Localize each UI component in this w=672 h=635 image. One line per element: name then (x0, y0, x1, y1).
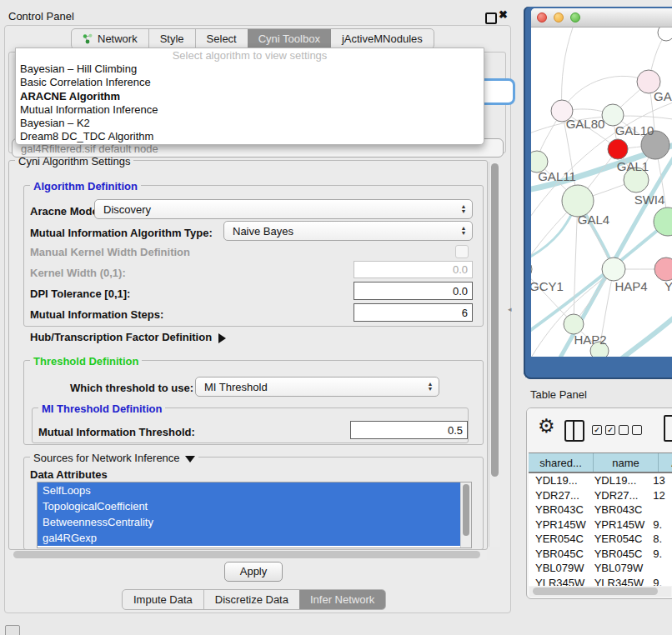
mi-threshold-input[interactable] (350, 421, 468, 439)
tab-style[interactable]: Style (148, 29, 195, 48)
mi-steps-input[interactable] (354, 303, 473, 322)
table-cell: YDR27... (529, 488, 588, 503)
dpi-tolerance-input[interactable] (354, 282, 473, 300)
network-node-label: HAP4 (614, 279, 647, 293)
dropdown-item[interactable]: ARACNE Algorithm (16, 90, 484, 103)
aracne-mode-select[interactable]: Discovery ▲▼ (94, 199, 473, 219)
column-header[interactable]: shared... (529, 453, 594, 472)
which-threshold-label: Which threshold to use: (70, 382, 193, 394)
float-panel-icon[interactable] (485, 12, 497, 24)
export-table-icon[interactable] (664, 415, 672, 442)
tab-jactivemnodules[interactable]: jActiveMNodules (331, 29, 434, 48)
table-header-row: shared... name A (529, 452, 672, 473)
manual-kernel-label: Manual Kernel Width Definition (30, 246, 190, 258)
tab-discretize-data[interactable]: Discretize Data (203, 590, 299, 609)
settings-hscrollbar[interactable] (12, 550, 487, 560)
which-threshold-select[interactable]: MI Threshold ▲▼ (195, 377, 439, 397)
table-row[interactable]: YPR145WYPR145W9. (529, 518, 672, 532)
network-node[interactable] (531, 259, 532, 279)
select-all-columns-icon[interactable]: ✓✓ (592, 425, 615, 435)
network-node[interactable] (654, 258, 672, 281)
close-window-icon[interactable] (537, 12, 547, 22)
column-header[interactable]: name (594, 453, 659, 472)
manual-kernel-checkbox[interactable] (455, 245, 469, 258)
table-cell: 9. (646, 518, 672, 532)
mi-algorithm-type-label: Mutual Information Algorithm Type: (30, 227, 213, 239)
split-columns-icon[interactable] (564, 420, 584, 442)
table-cell: YDL19... (529, 473, 588, 488)
dropdown-item[interactable]: Dream8 DC_TDC Algorithm (16, 130, 484, 143)
tab-label: Infer Network (310, 593, 374, 606)
threshold-definition-title: Threshold Definition (30, 355, 142, 368)
network-node[interactable] (608, 139, 628, 159)
table-cell: 9. (646, 547, 672, 562)
tab-impute-data[interactable]: Impute Data (123, 590, 203, 609)
splitter-arrow-icon[interactable]: ◂ (508, 305, 512, 313)
dropdown-item[interactable]: Bayesian – Hill Climbing (16, 62, 484, 76)
minimize-window-icon[interactable] (554, 12, 564, 22)
network-node-label: SWI4 (634, 192, 665, 207)
mi-algorithm-type-select[interactable]: Naive Bayes ▲▼ (223, 221, 473, 241)
table-row[interactable]: YER054CYER054C8. (529, 532, 672, 547)
dropdown-item[interactable]: Bayesian – K2 (16, 117, 484, 130)
deselect-all-columns-icon[interactable] (619, 425, 642, 435)
data-attributes-label: Data Attributes (30, 468, 108, 481)
table-cell: YBR045C (529, 547, 588, 562)
table-body: YDL19...YDL19...13YDR27...YDR27...12YBR0… (529, 473, 672, 586)
tab-network[interactable]: Network (72, 29, 148, 48)
table-hscrollbar-thumb[interactable] (533, 588, 658, 595)
network-node[interactable] (602, 258, 625, 281)
dropdown-item[interactable]: Mutual Information Inference (16, 103, 484, 117)
table-row[interactable]: YDR27...YDR27...12 (529, 488, 672, 503)
attributes-list-scrollbar[interactable] (460, 482, 471, 548)
attributes-list-scrollbar-thumb[interactable] (463, 484, 469, 536)
mi-threshold-label: Mutual Information Threshold: (38, 426, 195, 438)
tab-cyni-toolbox[interactable]: Cyni Toolbox (248, 29, 331, 48)
zoom-window-icon[interactable] (570, 12, 580, 22)
network-node-label: Y (664, 279, 672, 293)
network-node[interactable] (564, 314, 584, 334)
table-cell: 9. (646, 576, 672, 587)
hub-section-toggle[interactable]: Hub/Transcription Factor Definition (30, 331, 226, 343)
close-panel-icon[interactable]: ✖ (499, 8, 508, 21)
tab-infer-network[interactable]: Infer Network (299, 590, 385, 609)
column-header[interactable]: A (659, 453, 672, 472)
network-canvas[interactable]: GALGAL80GAL10GAL1GAL11SWI4GAL4GCY1HAP4YH… (531, 28, 672, 357)
table-row[interactable]: YLR345WYLR345W9. (529, 576, 672, 587)
network-node[interactable] (658, 28, 672, 41)
apply-button[interactable]: Apply (224, 562, 283, 582)
table-hscrollbar[interactable] (529, 587, 671, 597)
attribute-list-item[interactable]: SelfLoops (38, 482, 471, 498)
network-node-label: GAL80 (566, 117, 605, 131)
minimized-panel-icon[interactable] (5, 625, 20, 635)
attribute-list-item[interactable]: gal4RGexp (38, 530, 471, 546)
table-cell: YER054C (529, 532, 588, 547)
spinner-arrows-icon: ▲▼ (457, 226, 472, 236)
table-cell: YER054C (588, 532, 647, 547)
table-row[interactable]: YBR043CYBR043C (529, 502, 672, 518)
network-node-label: GAL10 (615, 123, 654, 138)
dropdown-placeholder: Select algorithm to view settings (16, 48, 484, 62)
attribute-list-item[interactable]: BetweennessCentrality (38, 514, 471, 530)
settings-scrollbar[interactable] (489, 162, 500, 547)
tab-select[interactable]: Select (195, 29, 248, 48)
table-cell: YBL079W (588, 561, 647, 576)
table-cell (646, 561, 672, 576)
spinner-arrows-icon: ▲▼ (457, 204, 472, 214)
table-panel-title: Table Panel (530, 388, 587, 401)
data-attributes-list[interactable]: SelfLoopsTopologicalCoefficientBetweenne… (37, 482, 472, 548)
aracne-mode-label: Aracne Mode: (30, 205, 102, 218)
table-row[interactable]: YDL19...YDL19...13 (529, 473, 672, 488)
dpi-tolerance-label: DPI Tolerance [0,1]: (30, 288, 130, 300)
network-window-titlebar[interactable] (531, 8, 672, 28)
table-row[interactable]: YBR045CYBR045C9. (529, 547, 672, 562)
sources-title[interactable]: Sources for Network Inference (30, 452, 198, 464)
attribute-list-item[interactable]: TopologicalCoefficient (38, 498, 471, 514)
dropdown-item[interactable]: Basic Correlation Inference (16, 76, 484, 89)
table-row[interactable]: YBL079WYBL079W (529, 561, 672, 576)
gear-icon[interactable]: ⚙ (538, 415, 555, 438)
network-view-window: GALGAL80GAL10GAL1GAL11SWI4GAL4GCY1HAP4YH… (531, 8, 672, 357)
settings-hscrollbar-thumb[interactable] (13, 551, 480, 558)
settings-scrollbar-thumb[interactable] (491, 163, 499, 477)
kernel-width-input[interactable] (354, 261, 473, 278)
